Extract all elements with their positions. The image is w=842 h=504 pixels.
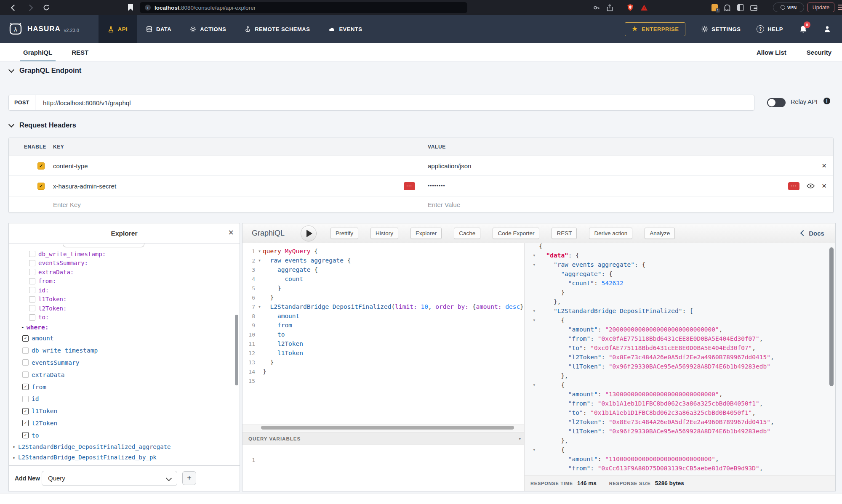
- explorer-item-id[interactable]: id: [9, 393, 240, 405]
- explorer-item-l2token[interactable]: ✓l2Token: [9, 417, 240, 430]
- explorer-item-extradata[interactable]: extraData:: [9, 268, 240, 277]
- field-checkbox[interactable]: ✓: [22, 432, 29, 438]
- share-icon[interactable]: [607, 4, 613, 11]
- site-info-icon[interactable]: i: [145, 5, 151, 11]
- explorer-item-l1token[interactable]: l1Token:: [9, 295, 240, 304]
- argument-checkbox[interactable]: [29, 296, 35, 302]
- explorer-item-id[interactable]: id:: [9, 286, 240, 295]
- field-checkbox[interactable]: ✓: [22, 335, 29, 342]
- query-variables-header[interactable]: QUERY VARIABLES ▾: [242, 432, 524, 445]
- editor-hscroll-thumb[interactable]: [261, 426, 514, 430]
- hasura-logo[interactable]: λ HASURA v2.23.0: [8, 21, 79, 37]
- argument-checkbox[interactable]: [29, 305, 35, 311]
- fold-arrow-icon[interactable]: ▾: [525, 318, 539, 322]
- fold-arrow-icon[interactable]: ▾: [525, 383, 539, 387]
- analyze-button[interactable]: Analyze: [645, 228, 675, 239]
- header-key[interactable]: content-type: [53, 162, 88, 170]
- extension-notes-icon[interactable]: 1: [711, 4, 718, 11]
- reveal-secret-button[interactable]: ···: [788, 182, 799, 190]
- add-new-type-select[interactable]: Query: [42, 471, 177, 486]
- query-variables-editor[interactable]: 1: [242, 445, 524, 491]
- expand-arrow-icon[interactable]: ▸: [13, 455, 16, 460]
- nav-tab-actions[interactable]: ACTIONS: [181, 15, 235, 43]
- field-checkbox[interactable]: ✓: [22, 408, 29, 414]
- eye-icon[interactable]: [807, 183, 815, 188]
- add-operation-button[interactable]: +: [182, 471, 196, 485]
- fold-arrow-icon[interactable]: ▾: [525, 309, 539, 313]
- forward-icon[interactable]: [27, 4, 33, 11]
- fold-arrow-icon[interactable]: ▾: [256, 249, 263, 253]
- nav-tab-data[interactable]: DATA: [137, 15, 181, 43]
- reveal-secret-button[interactable]: ···: [404, 182, 415, 190]
- derive-action-button[interactable]: Derive action: [589, 228, 632, 239]
- settings-button[interactable]: SETTINGS: [701, 26, 741, 32]
- explorer-item-l1token[interactable]: ✓l1Token: [9, 405, 240, 417]
- bookmark-icon[interactable]: [128, 4, 133, 11]
- header-value[interactable]: ••••••••: [428, 183, 445, 189]
- remove-header-icon[interactable]: ×: [822, 163, 826, 169]
- tab-rest[interactable]: REST: [72, 43, 88, 61]
- expand-arrow-icon[interactable]: ▸: [21, 325, 24, 329]
- fold-arrow-icon[interactable]: ▾: [525, 263, 539, 267]
- field-checkbox[interactable]: ✓: [22, 420, 29, 426]
- header-value[interactable]: application/json: [428, 162, 471, 170]
- fold-arrow-icon[interactable]: ▾: [256, 258, 263, 263]
- header-key[interactable]: x-hasura-admin-secret: [53, 183, 116, 190]
- nav-tab-remote-schemas[interactable]: REMOTE SCHEMAS: [235, 15, 319, 43]
- header-enable-checkbox[interactable]: ✓: [37, 162, 45, 170]
- history-button[interactable]: History: [370, 228, 398, 239]
- rest-button[interactable]: REST: [552, 228, 577, 239]
- extension-ghost-icon[interactable]: [724, 4, 731, 11]
- field-checkbox[interactable]: ✓: [22, 384, 29, 390]
- execute-query-button[interactable]: [301, 225, 317, 241]
- relay-info-icon[interactable]: i: [823, 98, 830, 104]
- user-icon[interactable]: [823, 25, 831, 33]
- enterprise-button[interactable]: ★ ENTERPRISE: [625, 22, 685, 36]
- explorer-item-eventssummary[interactable]: eventsSummary:: [9, 259, 240, 268]
- extension-square-icon[interactable]: [737, 4, 744, 11]
- explorer-item-extradata[interactable]: extraData: [9, 369, 240, 381]
- fold-arrow-icon[interactable]: ▾: [256, 305, 263, 309]
- argument-checkbox[interactable]: [29, 251, 35, 257]
- remove-header-icon[interactable]: ×: [822, 183, 826, 189]
- response-scrollbar[interactable]: [829, 247, 834, 386]
- explorer-item-db-write-timestamp[interactable]: db_write_timestamp:: [9, 249, 240, 259]
- brave-shield-icon[interactable]: [627, 4, 634, 11]
- nav-tab-events[interactable]: EVENTS: [319, 15, 371, 43]
- browser-update-button[interactable]: Update: [807, 3, 834, 12]
- fold-arrow-icon[interactable]: ▾: [525, 253, 539, 257]
- explorer-button[interactable]: Explorer: [410, 228, 442, 239]
- help-button[interactable]: ? HELP: [757, 25, 783, 33]
- key-icon[interactable]: [593, 4, 600, 11]
- tab-graphiql[interactable]: GraphiQL: [23, 43, 52, 61]
- explorer-item-from[interactable]: from:: [9, 277, 240, 286]
- argument-checkbox[interactable]: [29, 278, 35, 284]
- field-checkbox[interactable]: [22, 359, 29, 366]
- graphql-endpoint-section-header[interactable]: GraphQL Endpoint: [9, 66, 81, 74]
- fold-arrow-icon[interactable]: ▾: [525, 448, 539, 452]
- close-icon[interactable]: ×: [228, 227, 234, 238]
- explorer-item-where[interactable]: ▸where:: [9, 322, 240, 332]
- argument-checkbox[interactable]: [29, 260, 35, 266]
- vpn-button[interactable]: VPN: [773, 3, 804, 12]
- expand-arrow-icon[interactable]: ▸: [13, 444, 16, 449]
- explorer-item-l2standardbridge-depositfinalized-aggregate[interactable]: ▸L2StandardBridge_DepositFinalized_aggre…: [9, 441, 240, 452]
- address-bar[interactable]: i localhost:8080/console/api/api-explore…: [140, 2, 467, 13]
- field-checkbox[interactable]: [22, 347, 29, 354]
- link-security[interactable]: Security: [807, 49, 831, 56]
- notifications-button[interactable]: 8: [799, 25, 807, 34]
- argument-checkbox[interactable]: [29, 269, 35, 275]
- argument-checkbox[interactable]: [29, 314, 35, 321]
- browser-menu-icon[interactable]: [838, 5, 842, 11]
- header-enable-checkbox[interactable]: ✓: [37, 183, 45, 190]
- cache-button[interactable]: Cache: [454, 228, 480, 239]
- back-icon[interactable]: [11, 4, 18, 11]
- argument-checkbox[interactable]: [29, 287, 35, 293]
- nav-tab-api[interactable]: API: [99, 15, 137, 43]
- field-checkbox[interactable]: [22, 371, 29, 378]
- warning-triangle-icon[interactable]: [640, 4, 648, 11]
- relay-api-toggle[interactable]: [767, 98, 786, 107]
- explorer-item-from[interactable]: ✓from: [9, 381, 240, 393]
- docs-button[interactable]: Docs: [790, 223, 835, 243]
- explorer-scrollbar[interactable]: [235, 315, 238, 385]
